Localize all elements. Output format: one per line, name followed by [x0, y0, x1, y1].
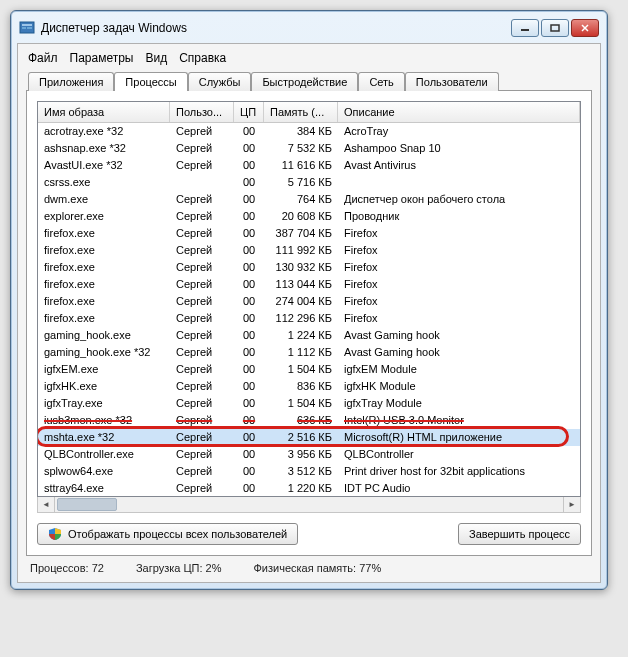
- menubar: Файл Параметры Вид Справка: [26, 48, 592, 71]
- table-row[interactable]: gaming_hook.exeСергей001 224 КБAvast Gam…: [38, 327, 580, 344]
- process-user: [170, 174, 234, 191]
- process-memory: 2 516 КБ: [264, 429, 338, 446]
- titlebar: Диспетчер задач Windows: [17, 17, 601, 43]
- col-description[interactable]: Описание: [338, 102, 580, 122]
- table-row[interactable]: igfxHK.exeСергей00836 КБigfxHK Module: [38, 378, 580, 395]
- process-user: Сергей: [170, 412, 234, 429]
- process-table: Имя образа Пользо... ЦП Память (... Опис…: [37, 101, 581, 497]
- process-user: Сергей: [170, 225, 234, 242]
- process-image-name: splwow64.exe: [38, 463, 170, 480]
- process-memory: 387 704 КБ: [264, 225, 338, 242]
- process-user: Сергей: [170, 344, 234, 361]
- menu-options[interactable]: Параметры: [70, 51, 134, 65]
- table-row[interactable]: mshta.exe *32Сергей002 516 КБMicrosoft(R…: [38, 429, 580, 446]
- process-cpu: 00: [234, 174, 264, 191]
- process-memory: 3 512 КБ: [264, 463, 338, 480]
- scroll-left-arrow[interactable]: ◄: [38, 497, 55, 512]
- table-row[interactable]: firefox.exeСергей00274 004 КБFirefox: [38, 293, 580, 310]
- process-memory: 1 504 КБ: [264, 361, 338, 378]
- process-user: Сергей: [170, 259, 234, 276]
- process-image-name: gaming_hook.exe: [38, 327, 170, 344]
- process-image-name: QLBController.exe: [38, 446, 170, 463]
- table-row[interactable]: ashsnap.exe *32Сергей007 532 КБAshampoo …: [38, 140, 580, 157]
- process-user: Сергей: [170, 123, 234, 140]
- process-memory: 113 044 КБ: [264, 276, 338, 293]
- process-memory: 1 224 КБ: [264, 327, 338, 344]
- table-row[interactable]: explorer.exeСергей0020 608 КБПроводник: [38, 208, 580, 225]
- col-user[interactable]: Пользо...: [170, 102, 234, 122]
- table-row[interactable]: dwm.exeСергей00764 КБДиспетчер окон рабо…: [38, 191, 580, 208]
- process-description: [338, 174, 580, 191]
- show-all-users-button[interactable]: Отображать процессы всех пользователей: [37, 523, 298, 545]
- table-row[interactable]: firefox.exeСергей00112 296 КБFirefox: [38, 310, 580, 327]
- processes-panel: Имя образа Пользо... ЦП Память (... Опис…: [26, 90, 592, 556]
- process-cpu: 00: [234, 140, 264, 157]
- menu-view[interactable]: Вид: [145, 51, 167, 65]
- tab-applications[interactable]: Приложения: [28, 72, 114, 91]
- table-row[interactable]: igfxTray.exeСергей001 504 КБigfxTray Mod…: [38, 395, 580, 412]
- col-memory[interactable]: Память (...: [264, 102, 338, 122]
- process-description: Avast Gaming hook: [338, 327, 580, 344]
- process-cpu: 00: [234, 259, 264, 276]
- tab-services[interactable]: Службы: [188, 72, 252, 91]
- tab-network[interactable]: Сеть: [358, 72, 404, 91]
- table-row[interactable]: csrss.exe005 716 КБ: [38, 174, 580, 191]
- process-description: Диспетчер окон рабочего стола: [338, 191, 580, 208]
- table-row[interactable]: firefox.exeСергей00130 932 КБFirefox: [38, 259, 580, 276]
- process-user: Сергей: [170, 191, 234, 208]
- table-row[interactable]: acrotray.exe *32Сергей00384 КБAcroTray: [38, 123, 580, 140]
- end-process-button[interactable]: Завершить процесс: [458, 523, 581, 545]
- window-controls: [511, 19, 599, 37]
- table-row[interactable]: sttray64.exeСергей001 220 КБIDT PC Audio: [38, 480, 580, 495]
- tab-users[interactable]: Пользователи: [405, 72, 499, 91]
- menu-help[interactable]: Справка: [179, 51, 226, 65]
- tab-performance[interactable]: Быстродействие: [251, 72, 358, 91]
- process-user: Сергей: [170, 208, 234, 225]
- close-button[interactable]: [571, 19, 599, 37]
- table-row[interactable]: gaming_hook.exe *32Сергей001 112 КБAvast…: [38, 344, 580, 361]
- table-row[interactable]: iusb3mon.exe *32Сергей00636 КБIntel(R) U…: [38, 412, 580, 429]
- process-image-name: sttray64.exe: [38, 480, 170, 495]
- scroll-right-arrow[interactable]: ►: [563, 497, 580, 512]
- col-cpu[interactable]: ЦП: [234, 102, 264, 122]
- process-image-name: igfxTray.exe: [38, 395, 170, 412]
- shield-icon: [48, 527, 62, 541]
- minimize-button[interactable]: [511, 19, 539, 37]
- process-user: Сергей: [170, 361, 234, 378]
- process-memory: 3 956 КБ: [264, 446, 338, 463]
- process-memory: 764 КБ: [264, 191, 338, 208]
- tab-strip: Приложения Процессы Службы Быстродействи…: [26, 72, 592, 91]
- process-cpu: 00: [234, 463, 264, 480]
- table-row[interactable]: AvastUI.exe *32Сергей0011 616 КБAvast An…: [38, 157, 580, 174]
- process-description: Firefox: [338, 225, 580, 242]
- process-memory: 384 КБ: [264, 123, 338, 140]
- process-memory: 1 112 КБ: [264, 344, 338, 361]
- process-description: Firefox: [338, 242, 580, 259]
- process-user: Сергей: [170, 276, 234, 293]
- process-description: igfxTray Module: [338, 395, 580, 412]
- svg-rect-1: [22, 24, 32, 26]
- horizontal-scrollbar[interactable]: ◄ ►: [37, 496, 581, 513]
- tab-processes[interactable]: Процессы: [114, 72, 187, 91]
- maximize-button[interactable]: [541, 19, 569, 37]
- scroll-thumb[interactable]: [57, 498, 117, 511]
- svg-rect-5: [551, 25, 559, 31]
- process-cpu: 00: [234, 191, 264, 208]
- table-row[interactable]: firefox.exeСергей00387 704 КБFirefox: [38, 225, 580, 242]
- app-icon: [19, 20, 35, 36]
- status-cpu: Загрузка ЦП: 2%: [136, 562, 222, 574]
- process-cpu: 00: [234, 378, 264, 395]
- process-memory: 11 616 КБ: [264, 157, 338, 174]
- process-cpu: 00: [234, 327, 264, 344]
- menu-file[interactable]: Файл: [28, 51, 58, 65]
- status-processes: Процессов: 72: [30, 562, 104, 574]
- table-row[interactable]: igfxEM.exeСергей001 504 КБigfxEM Module: [38, 361, 580, 378]
- process-image-name: csrss.exe: [38, 174, 170, 191]
- table-body[interactable]: acrotray.exe *32Сергей00384 КБAcroTrayas…: [38, 123, 580, 495]
- table-row[interactable]: firefox.exeСергей00111 992 КБFirefox: [38, 242, 580, 259]
- table-row[interactable]: QLBController.exeСергей003 956 КБQLBCont…: [38, 446, 580, 463]
- col-image-name[interactable]: Имя образа: [38, 102, 170, 122]
- table-row[interactable]: firefox.exeСергей00113 044 КБFirefox: [38, 276, 580, 293]
- table-row[interactable]: splwow64.exeСергей003 512 КБPrint driver…: [38, 463, 580, 480]
- process-description: IDT PC Audio: [338, 480, 580, 495]
